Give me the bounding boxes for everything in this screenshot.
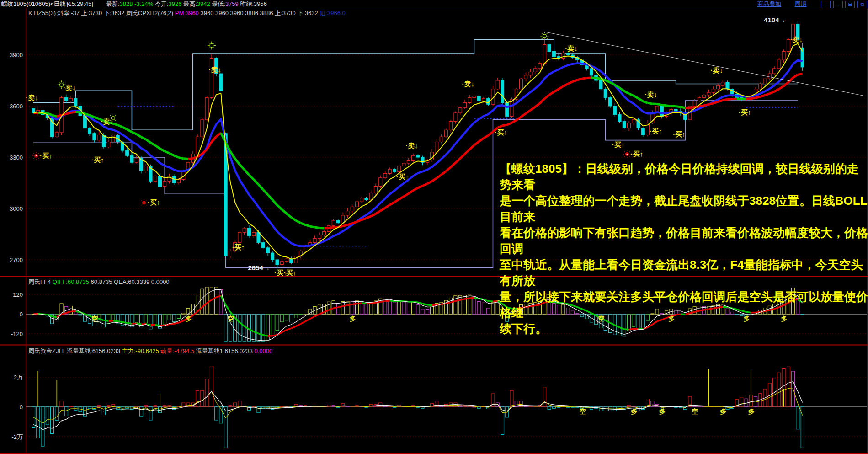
svg-text:·卖↓: ·卖↓ [462,80,474,88]
y-axis-labels: 390036003300300027001200-1202万0-2万 [10,52,23,440]
svg-text:2万: 2万 [14,374,23,381]
analysis-note-line: 续下行。 [500,321,868,337]
svg-text:·买↑: ·买↑ [396,173,409,181]
svg-text:·卖↓: ·卖↓ [405,142,418,150]
analysis-note: 【螺纹1805】：日线级别，价格今日价格持续回调，较日线级别的走势来看是一个高位… [500,161,868,337]
svg-text:·卖↓: ·卖↓ [63,84,76,91]
analysis-note-line: 量，所以接下来就要关注多头平仓价格回调后是空头是否可以放量使价格继 [500,289,868,321]
zjll-white-line [33,382,803,430]
analysis-note-line: 是一个高位整理的一个走势，截止尾盘收阴线于3828位置。日线BOLL目前来 [500,193,868,225]
svg-text:多: 多 [659,408,666,415]
upper-channel-line [33,39,798,130]
svg-text:多: 多 [350,315,356,322]
svg-text:3000: 3000 [10,205,23,212]
svg-text:·买↑: ·买↑ [40,152,53,160]
svg-text:·买↑: ·买↑ [650,127,662,135]
svg-text:多: 多 [748,408,755,415]
svg-text:0: 0 [20,311,23,318]
svg-text:120: 120 [13,291,23,298]
svg-text:·买↑: ·买↑ [631,150,644,158]
trendline [544,32,863,96]
svg-text:0: 0 [20,404,23,411]
svg-text:·卖↓: ·卖↓ [101,118,113,125]
svg-text:·买↑: ·买↑ [673,130,686,138]
svg-text:3600: 3600 [10,103,23,110]
svg-text:·卖↓: ·卖↓ [26,94,38,101]
svg-text:多: 多 [720,408,726,415]
svg-text:·卖↓: ·卖↓ [710,66,723,74]
svg-text:-120: -120 [11,331,23,337]
svg-text:·买↑: ·买↑ [495,128,507,136]
svg-text:·买↑: ·买↑ [612,141,625,149]
svg-text:·买↑: ·买↑ [91,156,104,164]
zjll-indicator-readout: 周氏资金ZJLL 流量基线:6156.0233 主力:-90.6425 动量:-… [28,347,272,355]
svg-text:空: 空 [692,408,698,415]
svg-text:多: 多 [631,408,637,415]
main-indicator-readout: K HZ55(3) 斜率:-37 上:3730 下:3632 周氏CPXH2(7… [28,9,346,17]
svg-text:·卖↓: ·卖↓ [645,91,658,98]
ff4-indicator-readout: 周氏FF4 QIFF:60.8735 60.8735 QEA:60.3339 0… [28,278,170,286]
svg-text:·卖↓: ·卖↓ [208,66,221,74]
svg-text:空: 空 [579,408,586,415]
svg-text:空: 空 [91,315,98,322]
analysis-note-line: 至中轨近。从量能上看今日资金流出8.3亿，F4量能指标中，今天空头有所放 [500,257,868,289]
zjll-spikes [38,369,783,407]
svg-text:·买↑: ·买↑ [148,198,160,206]
svg-text:·买↑: ·买↑ [739,108,751,116]
svg-text:-2万: -2万 [11,433,23,440]
svg-text:4104→: 4104→ [764,16,786,24]
swing-circle-markers [58,32,549,122]
svg-text:3900: 3900 [10,52,23,59]
svg-text:·卖↓: ·卖↓ [565,44,578,52]
svg-text:2700: 2700 [10,256,23,263]
analysis-note-line: 看在价格的影响下有张口趋势，价格目前来看价格波动幅度较大，价格回调 [500,225,868,257]
zjll-yellow-line [33,389,803,423]
svg-text:·卖↓: ·卖↓ [790,36,803,43]
svg-text:·买↑: ·买↑ [284,269,297,277]
analysis-note-line: 【螺纹1805】：日线级别，价格今日价格持续回调，较日线级别的走势来看 [500,161,868,193]
svg-text:·买↑: ·买↑ [232,243,245,251]
svg-text:空: 空 [228,315,234,322]
svg-text:2654→: 2654→ [248,264,270,272]
trading-app-window: 螺纹1805(010605)<日线> [15:29:45] 最新:3828 -3… [0,0,868,454]
svg-text:3300: 3300 [10,154,23,161]
svg-text:多: 多 [186,315,192,322]
